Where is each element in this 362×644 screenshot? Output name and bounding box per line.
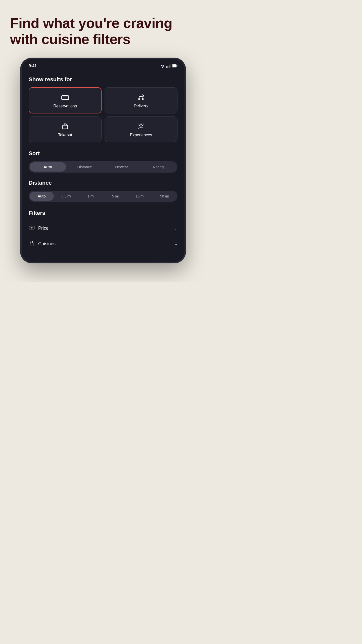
delivery-label: Delivery	[134, 104, 148, 108]
distance-auto-button[interactable]: Auto	[30, 192, 54, 201]
svg-rect-9	[63, 98, 66, 98]
cuisines-filter-label: Cuisines	[38, 241, 56, 247]
takeout-icon	[61, 122, 69, 130]
svg-rect-5	[172, 65, 176, 67]
price-filter-row[interactable]: Price ⌄	[29, 221, 177, 236]
experiences-label: Experiences	[130, 133, 152, 137]
phone-mockup: 9:41 Show results for	[20, 58, 186, 263]
svg-rect-3	[170, 64, 171, 68]
svg-point-19	[31, 227, 32, 228]
distance-section: Distance Auto 0.5 mi 1 mi 5 mi 10 mi 50 …	[29, 180, 177, 202]
sort-rating-button[interactable]: Rating	[140, 162, 177, 172]
price-filter-left: Price	[29, 225, 49, 231]
svg-rect-13	[63, 125, 68, 129]
price-chevron-icon: ⌄	[174, 226, 177, 231]
filters-section: Filters Price ⌄	[29, 210, 177, 252]
svg-point-16	[139, 128, 139, 129]
cuisines-filter-left: Cuisines	[29, 240, 56, 247]
sort-distance-button[interactable]: Distance	[67, 162, 103, 172]
status-time: 9:41	[29, 64, 37, 68]
svg-point-10	[138, 98, 140, 100]
cuisines-icon	[29, 240, 35, 247]
battery-icon	[172, 64, 177, 67]
wifi-icon	[160, 64, 165, 68]
sort-segment-control: Auto Distance Newest Rating	[29, 161, 177, 173]
sort-section: Sort Auto Distance Newest Rating	[29, 150, 177, 173]
status-icons	[160, 64, 177, 68]
reservations-label: Reservations	[53, 104, 77, 108]
distance-five-button[interactable]: 5 mi	[103, 192, 127, 201]
svg-rect-0	[166, 66, 167, 68]
experiences-button[interactable]: Experiences	[105, 116, 177, 142]
phone-content: Show results for Reservations	[22, 70, 185, 262]
svg-rect-1	[168, 66, 168, 68]
results-grid: Reservations Delivery	[29, 87, 177, 142]
signal-icon	[166, 64, 170, 68]
distance-ten-button[interactable]: 10 mi	[128, 192, 152, 201]
svg-rect-2	[169, 65, 169, 68]
experiences-icon	[137, 122, 145, 130]
headline-text: Find what you're craving with cuisine fi…	[10, 15, 196, 48]
delivery-icon	[137, 93, 145, 101]
show-results-title: Show results for	[29, 76, 177, 83]
sort-newest-button[interactable]: Newest	[103, 162, 140, 172]
svg-rect-8	[63, 97, 68, 97]
camera-notch	[100, 63, 107, 70]
reservations-icon	[61, 93, 69, 101]
price-filter-label: Price	[38, 226, 49, 231]
filters-title: Filters	[29, 210, 177, 216]
takeout-label: Takeout	[58, 133, 72, 137]
reservations-button[interactable]: Reservations	[29, 87, 102, 113]
cuisines-filter-row[interactable]: Cuisines ⌄	[29, 236, 177, 252]
status-bar: 9:41	[22, 59, 185, 70]
distance-title: Distance	[29, 180, 177, 186]
distance-segment-control: Auto 0.5 mi 1 mi 5 mi 10 mi 50 mi	[29, 191, 177, 202]
svg-rect-6	[177, 65, 177, 66]
distance-one-button[interactable]: 1 mi	[79, 192, 103, 201]
headline-section: Find what you're craving with cuisine fi…	[10, 15, 196, 48]
price-icon	[29, 225, 35, 231]
cuisines-chevron-icon: ⌄	[174, 242, 177, 246]
takeout-button[interactable]: Takeout	[29, 116, 102, 142]
sort-title: Sort	[29, 150, 177, 157]
distance-half-button[interactable]: 0.5 mi	[54, 192, 78, 201]
svg-point-11	[142, 98, 144, 100]
svg-point-15	[143, 124, 144, 124]
distance-fifty-button[interactable]: 50 mi	[152, 192, 176, 201]
sort-auto-button[interactable]: Auto	[30, 162, 66, 172]
svg-point-14	[139, 124, 139, 124]
delivery-button[interactable]: Delivery	[105, 87, 177, 113]
